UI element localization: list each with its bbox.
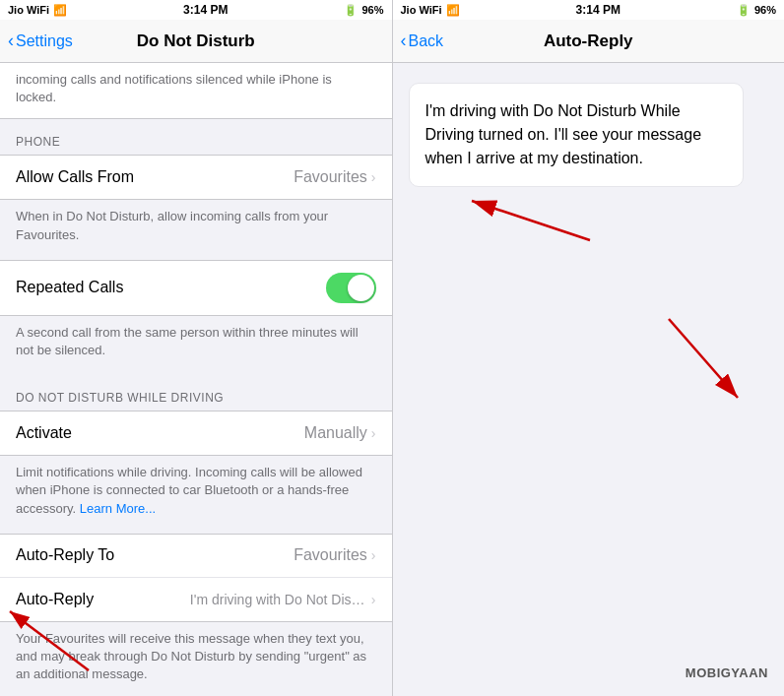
left-partial-top: incoming calls and notifications silence… [0, 63, 392, 119]
phone-section-header: PHONE [0, 119, 392, 155]
repeated-calls-label: Repeated Calls [16, 279, 123, 296]
activate-value-container: Manually › [304, 424, 376, 442]
left-battery: 96% [361, 4, 383, 16]
right-panel: Jio WiFi 📶 3:14 PM 🔋 96% ‹ Back Auto-Rep… [393, 0, 785, 696]
left-status-right: 🔋 96% [344, 4, 383, 17]
dnd-driving-header: DO NOT DISTURB WHILE DRIVING [0, 375, 392, 411]
dnd-driving-footer-text: Limit notifications while driving. Incom… [16, 465, 362, 515]
activate-chevron: › [371, 425, 376, 441]
allow-calls-value: Favourites [294, 168, 367, 186]
left-back-label[interactable]: Settings [16, 32, 73, 50]
right-content: I'm driving with Do Not Disturb While Dr… [393, 63, 785, 696]
auto-reply-to-value-container: Favourites › [294, 546, 375, 564]
left-red-arrow [0, 601, 118, 680]
left-wifi-icon: 📶 [53, 4, 67, 17]
right-back-chevron: ‹ [401, 31, 407, 51]
allow-calls-group: Allow Calls From Favourites › [0, 155, 392, 200]
left-nav-bar: ‹ Settings Do Not Disturb [0, 20, 392, 63]
repeated-calls-group: Repeated Calls [0, 260, 392, 316]
allow-calls-label: Allow Calls From [16, 168, 134, 186]
auto-reply-chevron: › [371, 592, 376, 607]
allow-calls-chevron: › [371, 169, 376, 185]
watermark: MOBIGYAAN [686, 665, 768, 680]
right-carrier: Jio WiFi [401, 4, 442, 16]
activate-group: Activate Manually › [0, 411, 392, 456]
auto-reply-to-label: Auto-Reply To [16, 546, 114, 564]
left-time: 3:14 PM [183, 3, 228, 17]
right-status-bar: Jio WiFi 📶 3:14 PM 🔋 96% [393, 0, 785, 20]
left-carrier: Jio WiFi [8, 4, 49, 16]
auto-reply-group: Auto-Reply To Favourites › Auto-Reply I'… [0, 534, 392, 622]
right-back-button[interactable]: ‹ Back [401, 31, 444, 51]
allow-calls-cell[interactable]: Allow Calls From Favourites › [0, 156, 392, 199]
right-back-label[interactable]: Back [409, 32, 444, 50]
left-content: incoming calls and notifications silence… [0, 63, 392, 696]
right-battery-icon: 🔋 [737, 4, 751, 17]
repeated-calls-toggle[interactable] [326, 273, 376, 303]
left-back-button[interactable]: ‹ Settings [8, 31, 73, 51]
activate-label: Activate [16, 424, 72, 442]
partial-text-content: incoming calls and notifications silence… [16, 72, 332, 104]
auto-reply-cell[interactable]: Auto-Reply I'm driving with Do Not Distu… [0, 578, 392, 621]
auto-reply-to-value: Favourites [294, 546, 367, 564]
allow-calls-footer: When in Do Not Disturb, allow incoming c… [0, 200, 392, 259]
activate-cell[interactable]: Activate Manually › [0, 411, 392, 455]
auto-reply-value-container: I'm driving with Do Not Distu... › [190, 592, 376, 607]
left-status-bar: Jio WiFi 📶 3:14 PM 🔋 96% [0, 0, 392, 20]
auto-reply-message-bubble: I'm driving with Do Not Disturb While Dr… [409, 83, 744, 187]
left-panel: Jio WiFi 📶 3:14 PM 🔋 96% ‹ Settings Do N… [0, 0, 392, 696]
auto-reply-preview: I'm driving with Do Not Distu... [190, 592, 367, 607]
right-nav-bar: ‹ Back Auto-Reply [393, 20, 785, 63]
right-wifi-icon: 📶 [446, 4, 460, 17]
auto-reply-to-cell[interactable]: Auto-Reply To Favourites › [0, 535, 392, 578]
right-status-left: Jio WiFi 📶 [401, 4, 460, 17]
right-nav-title: Auto-Reply [544, 32, 633, 51]
left-back-chevron: ‹ [8, 31, 14, 51]
repeated-calls-cell[interactable]: Repeated Calls [0, 261, 392, 315]
left-battery-icon: 🔋 [344, 4, 358, 17]
auto-reply-message-text: I'm driving with Do Not Disturb While Dr… [425, 102, 702, 166]
repeated-calls-footer: A second call from the same person withi… [0, 316, 392, 375]
dnd-driving-footer: Limit notifications while driving. Incom… [0, 456, 392, 534]
auto-reply-to-chevron: › [371, 547, 376, 563]
toggle-knob [348, 275, 374, 301]
left-status-left: Jio WiFi 📶 [8, 4, 67, 17]
right-status-right: 🔋 96% [737, 4, 776, 17]
allow-calls-value-container: Favourites › [294, 168, 375, 186]
learn-more-link[interactable]: Learn More... [80, 501, 156, 516]
activate-value: Manually [304, 424, 367, 442]
right-battery: 96% [754, 4, 776, 16]
right-time: 3:14 PM [576, 3, 621, 17]
left-nav-title: Do Not Disturb [137, 32, 255, 51]
